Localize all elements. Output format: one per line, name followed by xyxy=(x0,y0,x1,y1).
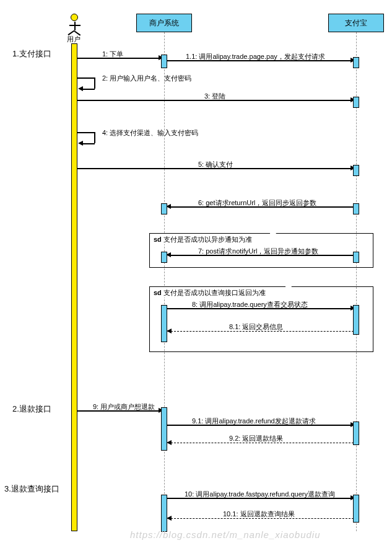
fragment-1-tab: sd 支付是否成功以异步通知为准 xyxy=(149,233,270,244)
activation-merchant-8 xyxy=(161,305,167,342)
msg-4-side xyxy=(94,132,95,143)
msg-10-1-label: 10.1: 返回退款查询结果 xyxy=(223,510,295,519)
msg-8-1-line xyxy=(171,331,354,332)
fragment-2-tab: sd 支付是否成功以查询接口返回为准 xyxy=(149,286,285,298)
msg-9-2-arrow xyxy=(167,440,172,445)
msg-2-side xyxy=(94,77,95,89)
msg-9-2-label: 9.2: 返回退款结果 xyxy=(229,434,283,443)
msg-10-1-line xyxy=(171,518,354,519)
msg-8-1-label: 8.1: 返回交易信息 xyxy=(229,322,283,332)
activation-alipay-1 xyxy=(353,57,359,68)
section-2: 2.退款接口 xyxy=(12,404,51,415)
actor-user-body xyxy=(74,22,76,30)
fragment-1-title: 支付是否成功以异步通知为准 xyxy=(163,236,252,243)
msg-4-top xyxy=(77,132,95,133)
activation-alipay-5 xyxy=(353,165,359,176)
fragment-1-tag: sd xyxy=(154,236,162,243)
activation-alipay-10 xyxy=(353,495,359,523)
activation-alipay-7 xyxy=(353,252,359,263)
msg-6-line xyxy=(170,206,356,208)
actor-user-icon xyxy=(71,14,78,21)
activation-merchant-10 xyxy=(161,495,167,532)
fragment-2: sd 支付是否成功以查询接口返回为准 xyxy=(149,286,373,352)
activation-alipay-3 xyxy=(353,97,359,108)
fragment-2-tag: sd xyxy=(154,289,162,296)
msg-3-line xyxy=(77,100,352,101)
msg-10-1-arrow xyxy=(167,516,172,521)
section-1: 1.支付接口 xyxy=(12,48,51,60)
activation-user xyxy=(71,43,77,531)
activation-alipay-8 xyxy=(353,305,359,335)
msg-8-line xyxy=(167,308,352,309)
section-3: 3.退款查询接口 xyxy=(4,483,59,495)
participant-alipay-label: 支付宝 xyxy=(345,18,367,29)
msg-4-bot xyxy=(82,143,95,144)
activation-alipay-9 xyxy=(353,422,359,445)
msg-8-1-arrow xyxy=(167,329,172,333)
msg-1-1-line xyxy=(167,60,352,61)
participant-alipay: 支付宝 xyxy=(328,14,384,32)
msg-9-2-line xyxy=(171,443,354,443)
activation-merchant-6 xyxy=(161,203,167,214)
msg-2-label: 2: 用户输入用户名、支付密码 xyxy=(102,74,191,83)
msg-2-top xyxy=(77,77,95,79)
msg-2-bot xyxy=(82,89,95,90)
actor-user-label: 用户 xyxy=(67,35,81,44)
msg-4-label: 4: 选择支付渠道、输入支付密码 xyxy=(102,128,198,138)
actor-user-arms xyxy=(69,25,81,26)
participant-merchant: 商户系统 xyxy=(136,14,192,32)
participant-merchant-label: 商户系统 xyxy=(149,18,179,29)
msg-2-arrow xyxy=(78,86,83,91)
msg-1-line xyxy=(77,58,160,59)
msg-4-arrow xyxy=(78,141,83,146)
msg-9-1-line xyxy=(167,425,352,426)
fragment-2-title: 支付是否成功以查询接口返回为准 xyxy=(163,289,266,296)
msg-10-line xyxy=(167,498,352,499)
msg-9-line xyxy=(77,410,160,412)
lifeline-merchant xyxy=(164,32,165,531)
watermark: https://blog.csdn.net/m_nanle_xiaobudiu xyxy=(130,529,321,540)
msg-7-line xyxy=(170,255,356,256)
activation-merchant-7 xyxy=(161,252,167,263)
msg-5-line xyxy=(77,168,352,169)
activation-merchant-1 xyxy=(161,55,167,68)
sequence-diagram: 用户 商户系统 支付宝 1.支付接口 2.退款接口 3.退款查询接口 1: 下单… xyxy=(0,0,392,543)
activation-alipay-6 xyxy=(353,203,359,214)
